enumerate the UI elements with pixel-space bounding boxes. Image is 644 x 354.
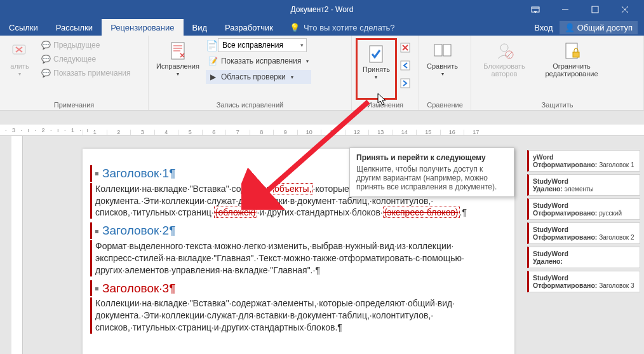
group-compare-label: Сравнение (423, 100, 467, 109)
group-comments: алить ▾ 💬Предыдущее 💬Следующее 💬Показать… (0, 36, 149, 110)
reject-icon[interactable] (399, 42, 411, 56)
prev-comment-icon: 💬 (41, 40, 51, 50)
block-authors-button[interactable]: Блокировать авторов (475, 38, 533, 100)
block-authors-icon (494, 41, 514, 61)
previous-change-icon[interactable] (399, 60, 411, 74)
revision-card[interactable]: yWordОтформатировано: Заголовок 1 (527, 150, 640, 172)
revision-card[interactable]: StudyWordУдалено: элементы (527, 174, 640, 196)
show-comments-button[interactable]: 💬Показать примечания (38, 66, 133, 80)
tooltip-title: Принять и перейти к следующему (356, 153, 507, 162)
lightbulb-icon: 💡 (290, 23, 300, 32)
window-title: Документ2 - Word (290, 5, 353, 14)
svg-rect-3 (592, 6, 598, 13)
tab-references[interactable]: Ссылки (0, 19, 47, 36)
delete-comment-button[interactable]: алить ▾ (4, 38, 36, 100)
track-changes-icon (168, 41, 188, 61)
group-protect: Блокировать авторов Ограничить редактиро… (471, 36, 644, 110)
show-markup-button[interactable]: 📝Показать исправления▾ (206, 54, 312, 68)
minimize-icon[interactable] (551, 0, 579, 19)
ribbon-tabs: Ссылки Рассылки Рецензирование Вид Разра… (0, 19, 644, 36)
revision-card[interactable]: StudyWordОтформатировано: Заголовок 2 (527, 222, 640, 244)
paragraph: экспресс-стилей·на·вкладке·"Главная".·Те… (94, 252, 503, 264)
reviewing-pane-button[interactable]: ▶Область проверки▾ (206, 70, 312, 84)
paragraph: Формат·выделенного·текста·можно·легко·из… (94, 240, 503, 252)
next-comment-icon: 💬 (41, 54, 51, 64)
group-protect-label: Защитить (475, 100, 640, 109)
paragraph: списков,·титульных·страниц·и·других·стан… (94, 322, 503, 334)
paragraph: документа.·Эти·коллекции·служат·для·вста… (94, 310, 503, 322)
paragraph: Коллекции·на·вкладке·"Вставка"·содержат·… (94, 297, 503, 310)
svg-rect-19 (434, 44, 442, 56)
svg-rect-20 (443, 44, 451, 56)
next-change-icon[interactable] (399, 78, 411, 92)
horizontal-ruler[interactable]: · 3 · ı · 2 · ı · 1 · ı · 12345678910111… (0, 125, 644, 136)
svg-rect-17 (401, 61, 410, 70)
tab-view[interactable]: Вид (184, 19, 217, 36)
show-comments-icon: 💬 (41, 68, 51, 78)
tell-me-label: Что вы хотите сделать? (304, 23, 395, 32)
group-tracking: Исправления ▾ 📄 Все исправления 📝Показат… (149, 36, 352, 110)
show-markup-icon: 📝 (208, 56, 218, 66)
heading-2: Заголовок·2¶ (94, 222, 503, 239)
revision-card[interactable]: StudyWordОтформатировано: Заголовок 3 (527, 271, 640, 292)
tab-mailings[interactable]: Рассылки (47, 19, 102, 36)
heading-3: Заголовок·3¶ (94, 280, 503, 297)
maximize-icon[interactable] (580, 0, 609, 19)
svg-point-21 (500, 44, 508, 51)
window-controls (521, 0, 639, 19)
accept-icon (366, 44, 386, 64)
group-changes: Принять ▾ Изменения (352, 36, 419, 110)
revision-card[interactable]: StudyWordОтформатировано: русский (527, 198, 640, 220)
restrict-editing-button[interactable]: Ограничить редактирование (536, 38, 607, 100)
person-icon: 👤 (565, 23, 575, 32)
revision-card[interactable]: StudyWordУдалено: (527, 247, 640, 268)
next-comment-button[interactable]: 💬Следующее (38, 52, 133, 66)
track-changes-button[interactable]: Исправления ▾ (152, 38, 203, 100)
group-tracking-label: Запись исправлений (152, 100, 347, 109)
share-button[interactable]: 👤 Общий доступ (560, 21, 638, 34)
tell-me-search[interactable]: 💡 Что вы хотите сделать? (282, 19, 403, 36)
compare-icon (433, 41, 453, 61)
vertical-ruler[interactable] (11, 136, 23, 354)
ribbon: алить ▾ 💬Предыдущее 💬Следующее 💬Показать… (0, 36, 644, 111)
svg-line-23 (507, 52, 512, 57)
tracked-deletion: (обложек) (214, 207, 257, 218)
tooltip-body: Щелкните, чтобы получить доступ к другим… (356, 165, 507, 191)
signin-link[interactable]: Вход (534, 23, 553, 32)
tooltip-accept: Принять и перейти к следующему Щелкните,… (349, 147, 514, 197)
tracked-deletion: (экспресс-блоков) (383, 207, 460, 218)
accept-button[interactable]: Принять ▾ (359, 41, 394, 83)
document-area: · 3 · ı · 2 · ı · 1 · ı · 12345678910111… (0, 111, 644, 354)
display-for-review-icon: 📄 (206, 39, 216, 51)
share-label: Общий доступ (577, 23, 633, 32)
tracked-insertion: объекты, (273, 183, 313, 194)
revisions-pane: yWordОтформатировано: Заголовок 1StudyWo… (527, 150, 640, 292)
ribbon-options-icon[interactable] (521, 0, 549, 19)
group-compare: Сравнить ▾ Сравнение (419, 36, 471, 110)
tab-review[interactable]: Рецензирование (102, 19, 183, 36)
group-changes-label: Изменения (356, 100, 415, 109)
restrict-editing-icon (561, 41, 582, 61)
display-for-review-dropdown[interactable]: Все исправления (218, 38, 307, 52)
close-icon[interactable] (610, 0, 639, 19)
compare-button[interactable]: Сравнить ▾ (423, 38, 462, 100)
tab-developer[interactable]: Разработчик (216, 19, 282, 36)
delete-comment-icon (10, 41, 30, 61)
svg-rect-18 (401, 79, 410, 88)
paragraph: других·элементов·управления·на·вкладке·"… (94, 264, 503, 276)
svg-rect-25 (573, 52, 579, 57)
group-comments-label: Примечания (4, 100, 144, 109)
reviewing-pane-icon: ▶ (208, 72, 218, 82)
titlebar: Документ2 - Word (0, 0, 644, 19)
previous-comment-button[interactable]: 💬Предыдущее (38, 38, 133, 52)
paragraph: списков,·титульных·страниц·(обложек)·и·д… (94, 207, 503, 219)
